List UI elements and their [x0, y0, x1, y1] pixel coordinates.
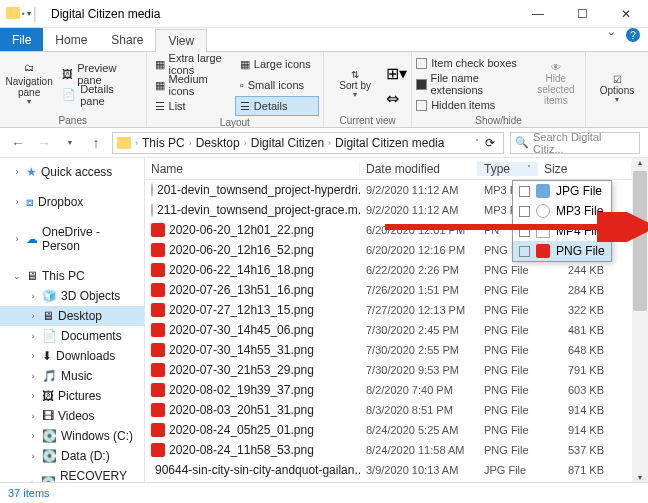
qat-dropdown-icon[interactable]: ▾	[27, 9, 31, 18]
ddrive-label: Data (D:)	[61, 449, 110, 463]
file-date: 8/24/2020 5:25 AM	[360, 424, 478, 436]
forward-button[interactable]: →	[34, 133, 54, 153]
address-bar: ← → ▾ ↑ › This PC› Desktop› Digital Citi…	[0, 128, 648, 158]
file-date: 9/2/2020 11:12 AM	[360, 204, 478, 216]
filter-png[interactable]: PNG File	[513, 241, 611, 261]
file-row[interactable]: 2020-08-24_05h25_01.png8/24/2020 5:25 AM…	[145, 420, 632, 440]
search-input[interactable]: 🔍 Search Digital Citiz...	[510, 132, 640, 154]
medium-icons-button[interactable]: ▦Medium icons	[151, 75, 234, 95]
breadcrumb-dropdown-icon[interactable]: ˅	[475, 138, 479, 147]
bc-dcm[interactable]: Digital Citizen media	[335, 136, 444, 150]
file-extensions-toggle[interactable]: File name extensions	[416, 71, 527, 97]
tab-file[interactable]: File	[0, 28, 43, 51]
file-row[interactable]: 2020-08-24_11h58_53.png8/24/2020 11:58 A…	[145, 440, 632, 460]
help-icon[interactable]: ?	[626, 28, 640, 42]
size-columns-icon[interactable]: ⇔	[386, 89, 407, 108]
vertical-scrollbar[interactable]: ▴ ▾	[632, 158, 648, 482]
column-size[interactable]: Size	[538, 162, 632, 176]
sidebar-item-cdrive[interactable]: ›💽Windows (C:)	[0, 426, 144, 446]
file-name: 2020-07-30_21h53_29.png	[169, 363, 314, 377]
file-name: 2020-06-22_14h16_18.png	[169, 263, 314, 277]
scroll-thumb[interactable]	[633, 171, 647, 311]
file-row[interactable]: 90644-sin-city-sin-city-andquot-gailan..…	[145, 460, 632, 480]
filter-mp4[interactable]: MP4 File	[513, 221, 611, 241]
tab-view[interactable]: View	[155, 29, 207, 52]
current-view-group-label: Current view	[328, 114, 407, 127]
refresh-icon[interactable]: ⟳	[481, 136, 499, 150]
back-button[interactable]: ←	[8, 133, 28, 153]
qat-divider: ▪	[22, 9, 25, 18]
sidebar-item-quick-access[interactable]: ›★Quick access	[0, 162, 144, 182]
navigation-sidebar[interactable]: ›★Quick access ›⧈Dropbox ›☁OneDrive - Pe…	[0, 158, 145, 482]
small-icons-button[interactable]: ▫Small icons	[236, 75, 319, 95]
navigation-pane-button[interactable]: 🗂 Navigation pane ▾	[4, 55, 54, 113]
tab-share[interactable]: Share	[99, 28, 155, 51]
minimize-button[interactable]: —	[516, 0, 560, 28]
hide-selected-button[interactable]: 👁 Hide selected items	[531, 55, 581, 113]
bc-dc[interactable]: Digital Citizen	[251, 136, 324, 150]
file-date: 6/22/2020 2:26 PM	[360, 264, 478, 276]
sidebar-item-ddrive[interactable]: ›💽Data (D:)	[0, 446, 144, 466]
file-row[interactable]: 2020-07-30_21h53_29.png7/30/2020 9:53 PM…	[145, 360, 632, 380]
tab-home[interactable]: Home	[43, 28, 99, 51]
column-type[interactable]: Type ˅	[478, 162, 538, 176]
file-type-icon	[151, 263, 165, 277]
file-row[interactable]: 2020-07-30_14h55_31.png7/30/2020 2:55 PM…	[145, 340, 632, 360]
column-name[interactable]: Name	[145, 162, 360, 176]
sidebar-item-desktop[interactable]: ›🖥Desktop	[0, 306, 144, 326]
sidebar-item-videos[interactable]: ›🎞Videos	[0, 406, 144, 426]
details-pane-button[interactable]: 📄Details pane	[58, 85, 141, 105]
hidden-label: Hidden items	[431, 99, 495, 111]
sort-by-label: Sort by	[339, 80, 371, 91]
sidebar-item-onedrive[interactable]: ›☁OneDrive - Person	[0, 222, 144, 256]
sidebar-item-3dobjects[interactable]: ›🧊3D Objects	[0, 286, 144, 306]
sidebar-item-pictures[interactable]: ›🖼Pictures	[0, 386, 144, 406]
file-size: 871 KB	[538, 464, 632, 476]
sidebar-item-thispc[interactable]: ⌄🖥This PC	[0, 266, 144, 286]
file-type-icon	[151, 383, 165, 397]
list-button[interactable]: ☰List	[151, 96, 233, 116]
file-type-icon	[151, 243, 165, 257]
type-filter-dropdown-icon[interactable]: ˅	[527, 164, 531, 173]
group-layout: ▦Extra large icons ▦Large icons ▦Medium …	[147, 52, 325, 127]
add-columns-icon[interactable]: ⊞▾	[386, 64, 407, 83]
maximize-button[interactable]: ☐	[560, 0, 604, 28]
sort-by-button[interactable]: ⇅ Sort by ▾	[328, 55, 382, 113]
file-date: 7/30/2020 2:45 PM	[360, 324, 478, 336]
group-show-hide: Item check boxes File name extensions Hi…	[412, 52, 586, 127]
column-headers: Name Date modified Type ˅ Size	[145, 158, 632, 180]
sidebar-item-documents[interactable]: ›📄Documents	[0, 326, 144, 346]
bc-thispc[interactable]: This PC	[142, 136, 185, 150]
file-name: 2020-07-26_13h51_16.png	[169, 283, 314, 297]
bc-desktop[interactable]: Desktop	[196, 136, 240, 150]
breadcrumb[interactable]: › This PC› Desktop› Digital Citizen› Dig…	[112, 132, 504, 154]
file-row[interactable]: 2020-08-03_20h51_31.png8/3/2020 8:51 PMP…	[145, 400, 632, 420]
file-row[interactable]: 2020-07-26_13h51_16.png7/26/2020 1:51 PM…	[145, 280, 632, 300]
close-button[interactable]: ✕	[604, 0, 648, 28]
search-placeholder: Search Digital Citiz...	[533, 131, 635, 155]
sidebar-item-dropbox[interactable]: ›⧈Dropbox	[0, 192, 144, 212]
extra-large-icons-button[interactable]: ▦Extra large icons	[151, 54, 234, 74]
file-row[interactable]: 2020-08-02_19h39_37.png8/2/2020 7:40 PMP…	[145, 380, 632, 400]
file-date: 6/20/2020 12:01 PM	[360, 224, 478, 236]
sidebar-item-music[interactable]: ›🎵Music	[0, 366, 144, 386]
file-row[interactable]: 245289.jpg2/29/2020 11:58 AMJPG File401 …	[145, 480, 632, 482]
sidebar-item-edrive[interactable]: ›💽RECOVERY (E:)	[0, 466, 144, 482]
column-date[interactable]: Date modified	[360, 162, 478, 176]
sidebar-item-downloads[interactable]: ›⬇Downloads	[0, 346, 144, 366]
filter-mp3[interactable]: MP3 File	[513, 201, 611, 221]
options-button[interactable]: ☑ Options ▾	[590, 61, 644, 119]
filter-jpg[interactable]: JPG File	[513, 181, 611, 201]
file-date: 6/20/2020 12:16 PM	[360, 244, 478, 256]
item-checkboxes-toggle[interactable]: Item check boxes	[416, 56, 527, 70]
file-row[interactable]: 2020-06-22_14h16_18.png6/22/2020 2:26 PM…	[145, 260, 632, 280]
large-icons-button[interactable]: ▦Large icons	[236, 54, 319, 74]
up-button[interactable]: ↑	[86, 133, 106, 153]
file-row[interactable]: 2020-07-27_12h13_15.png7/27/2020 12:13 P…	[145, 300, 632, 320]
details-button[interactable]: ☰Details	[235, 96, 319, 116]
history-dropdown[interactable]: ▾	[60, 133, 80, 153]
ribbon-minimize-icon[interactable]: ˇ	[601, 28, 622, 51]
hidden-items-toggle[interactable]: Hidden items	[416, 98, 527, 112]
preview-pane-button[interactable]: 🖼Preview pane	[58, 64, 141, 84]
file-row[interactable]: 2020-07-30_14h45_06.png7/30/2020 2:45 PM…	[145, 320, 632, 340]
